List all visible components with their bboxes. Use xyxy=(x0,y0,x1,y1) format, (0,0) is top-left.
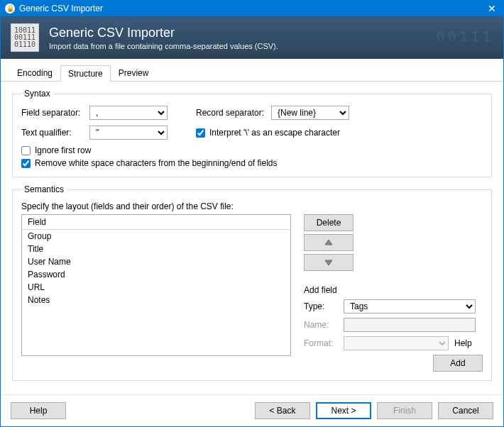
list-item[interactable]: Title xyxy=(22,243,290,255)
header-banner: 100110011101110 Generic CSV Importer Imp… xyxy=(1,16,503,59)
field-list[interactable]: Field GroupTitleUser NamePasswordURLNote… xyxy=(21,214,291,356)
titlebar: 🔒 Generic CSV Importer ✕ xyxy=(1,1,503,16)
semantics-legend: Semantics xyxy=(21,184,67,194)
interpret-escape-label: Interpret '\' as an escape character xyxy=(209,128,340,138)
finish-button: Finish xyxy=(377,402,432,419)
tab-content: Syntax Field separator: , Record separat… xyxy=(1,82,503,394)
list-item[interactable]: Password xyxy=(22,268,290,281)
ignore-first-label: Ignore first row xyxy=(35,145,91,155)
help-link[interactable]: Help xyxy=(454,338,472,348)
syntax-legend: Syntax xyxy=(21,89,53,99)
arrow-up-icon xyxy=(324,238,334,247)
semantics-group: Semantics Specify the layout (fields and… xyxy=(12,184,492,381)
cancel-button[interactable]: Cancel xyxy=(438,402,493,419)
tab-preview[interactable]: Preview xyxy=(111,65,157,81)
interpret-escape-checkbox[interactable] xyxy=(196,128,205,138)
type-select[interactable]: Tags xyxy=(344,299,476,314)
syntax-group: Syntax Field separator: , Record separat… xyxy=(12,89,492,177)
list-item[interactable]: User Name xyxy=(22,255,290,268)
tabstrip: Encoding Structure Preview xyxy=(1,59,503,82)
text-qualifier-select[interactable]: " xyxy=(89,126,168,140)
remove-ws-checkbox[interactable] xyxy=(21,159,31,168)
name-label: Name: xyxy=(304,320,338,330)
list-item[interactable]: URL xyxy=(22,281,290,294)
record-sep-label: Record separator: xyxy=(196,108,267,118)
text-qual-label: Text qualifier: xyxy=(21,128,85,138)
next-button[interactable]: Next > xyxy=(316,402,371,419)
field-list-header[interactable]: Field xyxy=(22,215,290,230)
field-sep-label: Field separator: xyxy=(21,108,85,118)
banner-decor: 00111 xyxy=(437,28,493,45)
window-title: Generic CSV Importer xyxy=(19,4,485,13)
add-button[interactable]: Add xyxy=(433,355,483,372)
move-down-button[interactable] xyxy=(304,254,354,271)
back-button[interactable]: < Back xyxy=(255,402,310,419)
list-item[interactable]: Notes xyxy=(22,294,290,306)
banner-subtitle: Import data from a file containing comma… xyxy=(49,42,278,50)
tab-structure[interactable]: Structure xyxy=(60,65,111,82)
addfield-label: Add field xyxy=(304,285,483,295)
app-icon: 🔒 xyxy=(5,4,15,13)
wizard-footer: Help < Back Next > Finish Cancel xyxy=(1,394,503,426)
move-up-button[interactable] xyxy=(304,234,354,251)
remove-ws-label: Remove white space characters from the b… xyxy=(35,158,278,168)
csv-icon: 100110011101110 xyxy=(11,23,39,52)
ignore-first-checkbox[interactable] xyxy=(21,146,31,155)
format-label: Format: xyxy=(304,338,338,348)
tab-encoding[interactable]: Encoding xyxy=(9,65,60,81)
delete-button[interactable]: Delete xyxy=(304,214,354,231)
banner-title: Generic CSV Importer xyxy=(49,26,278,40)
name-input xyxy=(344,318,476,332)
list-item[interactable]: Group xyxy=(22,230,290,243)
format-select xyxy=(344,336,449,350)
type-label: Type: xyxy=(304,301,338,311)
record-separator-select[interactable]: {New line} xyxy=(271,106,349,120)
semantics-instruction: Specify the layout (fields and their ord… xyxy=(21,201,483,211)
arrow-down-icon xyxy=(324,258,334,267)
close-icon[interactable]: ✕ xyxy=(485,3,499,14)
field-separator-select[interactable]: , xyxy=(89,106,168,120)
help-button[interactable]: Help xyxy=(11,402,66,419)
